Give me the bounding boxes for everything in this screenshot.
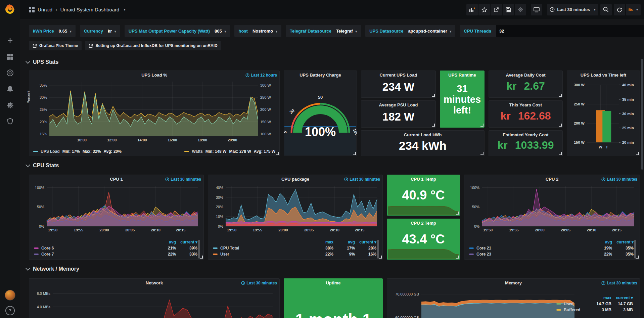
cpu1-graph[interactable]: 19:5019:5520:0020:0520:1020:150%50%100% xyxy=(31,184,201,234)
legend-series-name[interactable]: Watts xyxy=(192,149,202,154)
panel-resize-handle[interactable] xyxy=(559,152,562,155)
save-button[interactable] xyxy=(503,4,514,15)
cpu-threads-input[interactable] xyxy=(496,25,644,37)
dashboard-caret-icon[interactable]: ▾ xyxy=(124,8,125,11)
legend-series-name[interactable]: Core 21 xyxy=(469,245,591,251)
panel-resize-handle[interactable] xyxy=(456,212,459,215)
variable-kwh-price[interactable]: kWh Price 0.65 ▾ xyxy=(29,25,76,37)
variable-value[interactable]: apcupsd-container ▾ xyxy=(408,29,451,34)
variable-telegraf-datasource[interactable]: Telegraf Datasource Telegraf ▾ xyxy=(286,25,361,37)
page-scrollbar[interactable] xyxy=(641,59,643,170)
panel-resize-handle[interactable] xyxy=(636,256,639,259)
breadcrumb-folder[interactable]: Unraid xyxy=(38,7,52,12)
panel-title[interactable]: Average Daily Cost xyxy=(489,73,562,78)
legend-column-header[interactable]: current ▾ xyxy=(612,295,634,301)
settings-gear-button[interactable] xyxy=(515,4,526,15)
legend-series-name[interactable]: CPU Total xyxy=(213,245,313,251)
legend-column-header[interactable]: current ▾ xyxy=(356,239,377,245)
breadcrumb-dashboard-title[interactable]: Unraid System Dashboard xyxy=(60,7,120,12)
panel-time-link[interactable]: Last 30 minutes xyxy=(344,177,380,182)
panel-title[interactable]: UPS Load vs Time left xyxy=(567,73,640,78)
alerting-bell-icon[interactable] xyxy=(6,85,14,93)
dashboards-icon[interactable] xyxy=(6,52,14,61)
section-cpu-stats[interactable]: CPU Stats xyxy=(26,163,59,169)
variable-host[interactable]: host Nostromo ▾ xyxy=(234,25,281,37)
panel-resize-handle[interactable] xyxy=(559,124,562,127)
legend-series-name[interactable]: Core 6 xyxy=(34,245,155,251)
panel-time-link[interactable]: Last 12 hours xyxy=(245,73,277,78)
cpu2-graph[interactable]: 19:5019:5520:0020:0520:1020:150%50%100% xyxy=(466,184,638,234)
panel-title[interactable]: UPS Runtime xyxy=(440,73,484,78)
network-graph[interactable]: 2.0 MBs4.0 MBs6.0 MBs xyxy=(31,287,277,318)
link-grafana-plex-theme[interactable]: Grafana Plex Theme xyxy=(29,41,82,50)
legend-series-name[interactable]: Core 7 xyxy=(34,251,155,257)
add-panel-button[interactable] xyxy=(466,4,478,15)
panel-time-link[interactable]: Last 30 minutes xyxy=(601,177,637,182)
panel-title[interactable]: CPU 1 Temp xyxy=(387,177,460,182)
panel-resize-handle[interactable] xyxy=(200,256,203,259)
user-avatar[interactable] xyxy=(5,290,15,301)
grafana-logo[interactable] xyxy=(0,0,20,19)
legend-column-header[interactable]: avg xyxy=(334,239,356,245)
variable-value[interactable]: 865 ▾ xyxy=(215,29,226,34)
refresh-interval-dropdown[interactable]: 5s ▾ xyxy=(626,4,641,15)
panel-resize-handle[interactable] xyxy=(480,124,484,127)
panel-title[interactable]: This Years Cost xyxy=(489,102,562,107)
panel-resize-handle[interactable] xyxy=(353,152,356,155)
panel-resize-handle[interactable] xyxy=(480,152,484,155)
ups-load-graph[interactable]: 10:0012:0014:0016:0018:0020:0015%20%25%3… xyxy=(31,80,277,144)
panel-resize-handle[interactable] xyxy=(456,256,459,259)
variable-value[interactable]: Telegraf ▾ xyxy=(336,29,357,34)
variable-currency[interactable]: Currency kr ▾ xyxy=(80,25,120,37)
panel-title[interactable]: Average PSU Load xyxy=(361,102,435,107)
create-plus-icon[interactable] xyxy=(6,36,14,45)
apps-grid-icon[interactable] xyxy=(29,7,35,12)
help-icon[interactable]: ? xyxy=(5,306,15,315)
panel-title[interactable]: CPU 2 Temp xyxy=(387,221,460,226)
memory-graph[interactable]: 50.000000 GB60.000000 GB70.000000 GB xyxy=(389,287,577,318)
tv-cycle-button[interactable] xyxy=(531,4,542,15)
legend-column-header[interactable]: current ▾ xyxy=(177,239,198,245)
ups-bar-chart[interactable]: 150 W200 W250 W300 W20 min25 min30 min35… xyxy=(568,80,638,154)
legend-series-name[interactable]: UPS Load xyxy=(41,149,60,154)
variable-value[interactable]: 0.65 ▾ xyxy=(59,29,72,34)
time-range-picker[interactable]: Last 30 minutes ▾ xyxy=(547,4,598,15)
legend-column-header[interactable]: avg xyxy=(155,239,177,245)
legend-column-header[interactable]: avg xyxy=(591,239,613,245)
panel-title[interactable]: UPS Battery Charge xyxy=(284,73,357,78)
star-button[interactable] xyxy=(478,4,490,15)
panel-title[interactable]: Current Load kWh xyxy=(361,132,484,137)
panel-resize-handle[interactable] xyxy=(432,94,435,97)
cpu-package-graph[interactable]: 19:5019:5520:0020:0520:1020:150%10%20%30… xyxy=(210,184,380,234)
variable-ups-datasource[interactable]: UPS Datasource apcupsd-container ▾ xyxy=(365,25,455,37)
panel-title[interactable]: Estimated Yearly Cost xyxy=(489,132,562,137)
panel-resize-handle[interactable] xyxy=(432,124,435,127)
link-ups-monitoring-guide[interactable]: Setting up Grafana and InfluxDB for UPS … xyxy=(85,41,221,50)
panel-time-link[interactable]: Last 30 minutes xyxy=(601,281,637,285)
panel-title[interactable]: UPS Load % xyxy=(29,73,279,78)
explore-compass-icon[interactable] xyxy=(6,69,14,77)
variable-value[interactable]: kr ▾ xyxy=(108,29,116,34)
legend-column-header[interactable]: current ▾ xyxy=(613,239,634,245)
variable-value[interactable]: Nostromo ▾ xyxy=(252,29,277,34)
legend-series-name[interactable]: User xyxy=(213,251,313,257)
variable-ups-max-output[interactable]: UPS Max Output Power Capacity (Watt) 865… xyxy=(125,25,230,37)
panel-resize-handle[interactable] xyxy=(276,152,279,155)
legend-column-header[interactable]: max xyxy=(591,295,612,301)
panel-time-link[interactable]: Last 30 minutes xyxy=(165,177,201,182)
configuration-gear-icon[interactable] xyxy=(6,101,14,109)
section-network-memory[interactable]: Network / Memory xyxy=(26,266,79,272)
panel-title[interactable]: Uptime xyxy=(284,280,382,285)
panel-resize-handle[interactable] xyxy=(379,256,382,259)
zoom-out-button[interactable] xyxy=(600,4,612,15)
panel-resize-handle[interactable] xyxy=(559,94,562,97)
panel-resize-handle[interactable] xyxy=(636,152,639,155)
legend-series-name[interactable]: Buffered xyxy=(556,307,591,313)
legend-series-name[interactable]: Used xyxy=(556,301,591,307)
refresh-button[interactable] xyxy=(614,4,625,15)
panel-time-link[interactable]: Last 30 minutes xyxy=(241,281,277,285)
legend-column-header[interactable]: max xyxy=(313,239,334,245)
legend-series-name[interactable]: Core 23 xyxy=(469,251,591,257)
panel-title[interactable]: Current UPS Load xyxy=(361,73,435,78)
share-button[interactable] xyxy=(491,4,502,15)
